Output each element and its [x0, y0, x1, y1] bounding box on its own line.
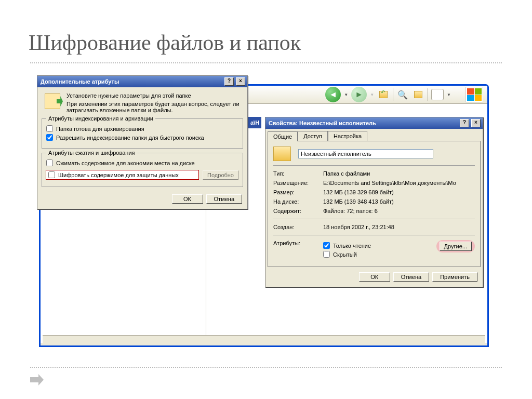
- adv-help-button[interactable]: ?: [224, 77, 234, 86]
- cancel-button[interactable]: Отмена: [393, 272, 429, 282]
- back-icon: ◄: [329, 90, 337, 99]
- ok-button[interactable]: ОК: [359, 272, 390, 282]
- adv-instruction-1: Установите нужные параметры для этой пап…: [66, 92, 241, 99]
- adv-instruction-2: При изменении этих параметров будет зада…: [66, 101, 241, 113]
- slide-title: Шифрование файлов и папок: [29, 30, 301, 55]
- tab-customize[interactable]: Настройка: [328, 131, 367, 141]
- legend-compress-encrypt: Атрибуты сжатия и шифрования: [46, 150, 137, 156]
- adv-cancel-button[interactable]: Отмена: [206, 194, 242, 204]
- label-ondisk: На диске:: [273, 198, 318, 205]
- value-type: Папка с файлами: [323, 170, 370, 177]
- checkbox-encrypt[interactable]: Шифровать содержимое для защиты данных: [46, 170, 198, 179]
- value-ondisk: 132 МБ (139 348 413 байт): [323, 198, 394, 205]
- views-dropdown-icon[interactable]: ▼: [447, 92, 451, 97]
- adv-buttons: ОК Отмена: [37, 191, 247, 209]
- tab-sharing[interactable]: Доступ: [298, 131, 328, 141]
- search-button[interactable]: 🔍: [396, 88, 409, 101]
- back-dropdown-icon[interactable]: ▼: [344, 92, 348, 97]
- label-hidden: Скрытый: [333, 251, 357, 258]
- label-size: Размер:: [273, 189, 318, 195]
- properties-buttons: ОК Отмена Применить: [265, 269, 483, 287]
- label-readonly: Только чтение: [333, 243, 371, 249]
- label-attributes: Атрибуты:: [273, 240, 318, 246]
- checkbox-readonly[interactable]: Только чтение: [323, 242, 431, 249]
- group-index-archive: Атрибуты индексирования и архивации Папк…: [42, 118, 243, 149]
- folder-icon: [273, 147, 291, 161]
- apply-button[interactable]: Применить: [432, 272, 477, 282]
- properties-titlebar[interactable]: Свойства: Неизвестный исполнитель ? ×: [265, 117, 483, 129]
- slide-nav-arrow-icon: [30, 374, 44, 385]
- adv-folder-icon: [45, 94, 60, 109]
- search-icon: 🔍: [397, 90, 408, 100]
- views-button[interactable]: [431, 89, 444, 100]
- other-attributes-button[interactable]: Другие...: [440, 242, 472, 251]
- label-archive: Папка готова для архивирования: [56, 126, 144, 132]
- value-location: E:\Documents and Settings\klbr\Мои докум…: [323, 180, 456, 186]
- divider-bottom: [30, 367, 502, 368]
- checkbox-index[interactable]: Разрешить индексирование папки для быстр…: [46, 134, 238, 141]
- value-size: 132 МБ (139 329 689 байт): [323, 189, 394, 195]
- help-button[interactable]: ?: [460, 119, 469, 127]
- properties-pane: Неизвестный исполнитель Тип:Папка с файл…: [268, 141, 481, 267]
- windows-flag-icon: [466, 87, 483, 102]
- hidden-title-fragment: а\Н: [248, 117, 261, 128]
- back-button[interactable]: ◄: [325, 87, 341, 102]
- adv-ok-button[interactable]: ОК: [172, 194, 203, 204]
- adv-title: Дополнительные атрибуты: [41, 78, 119, 85]
- highlight-other-button: Другие...: [436, 240, 475, 252]
- adv-titlebar[interactable]: Дополнительные атрибуты ? ×: [37, 76, 247, 87]
- checkbox-hidden[interactable]: Скрытый: [323, 251, 431, 258]
- adv-close-button[interactable]: ×: [236, 77, 245, 86]
- checkbox-compress[interactable]: Сжимать содержимое для экономии места на…: [46, 159, 238, 166]
- group-compress-encrypt: Атрибуты сжатия и шифрования Сжимать сод…: [42, 153, 243, 187]
- label-compress: Сжимать содержимое для экономии места на…: [56, 160, 195, 166]
- label-created: Создан:: [273, 224, 318, 230]
- fwd-dropdown-icon[interactable]: ▼: [370, 92, 374, 97]
- folders-icon: [414, 91, 422, 98]
- folder-name-input[interactable]: Неизвестный исполнитель: [298, 149, 433, 158]
- forward-button[interactable]: ►: [351, 87, 367, 102]
- close-button[interactable]: ×: [471, 119, 481, 127]
- tab-general[interactable]: Общие: [268, 131, 298, 141]
- label-encrypt: Шифровать содержимое для защиты данных: [58, 172, 179, 178]
- advanced-attributes-dialog: Дополнительные атрибуты ? × Установите н…: [37, 75, 248, 209]
- label-contains: Содержит:: [273, 208, 318, 214]
- divider-top: [30, 62, 502, 63]
- label-index: Разрешить индексирование папки для быстр…: [56, 135, 204, 141]
- horizontal-scrollbar[interactable]: [43, 335, 485, 344]
- legend-index-archive: Атрибуты индексирования и архивации: [46, 115, 155, 122]
- details-button[interactable]: Подробно: [203, 170, 238, 180]
- folders-button[interactable]: [412, 88, 424, 101]
- properties-tabs: Общие Доступ Настройка: [268, 131, 481, 141]
- folder-up-icon: ↶: [379, 91, 388, 98]
- properties-dialog: Свойства: Неизвестный исполнитель ? × Об…: [265, 117, 483, 287]
- label-type: Тип:: [273, 170, 318, 177]
- properties-title: Свойства: Неизвестный исполнитель: [269, 120, 376, 126]
- up-folder-button[interactable]: ↶: [377, 88, 390, 101]
- value-contains: Файлов: 72; папок: 6: [323, 208, 378, 214]
- forward-icon: ►: [355, 90, 363, 99]
- checkbox-archive[interactable]: Папка готова для архивирования: [46, 125, 238, 132]
- label-location: Размещение:: [273, 180, 318, 186]
- value-created: 18 ноября 2002 г., 23:21:48: [323, 224, 394, 230]
